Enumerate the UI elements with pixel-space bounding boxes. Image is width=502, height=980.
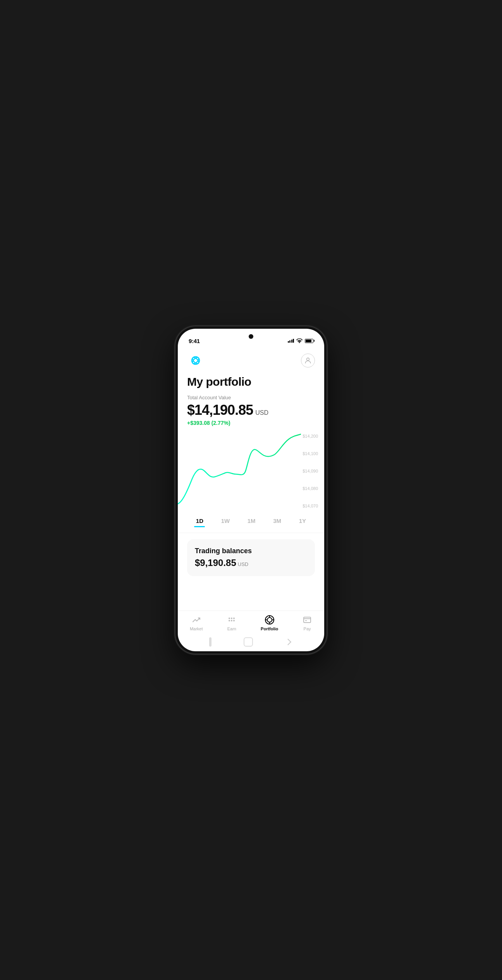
svg-rect-18 [305,620,307,621]
svg-point-9 [233,620,235,621]
account-currency: USD [255,409,268,416]
chart-y-label-5: $14,070 [303,504,318,508]
time-filters: 1D 1W 1M 3M 1Y [178,513,324,533]
account-value-row: $14,190.85 USD [187,402,315,418]
chart-y-label-3: $14,090 [303,469,318,473]
bottom-nav: Market Earn [178,611,324,634]
nav-item-portfolio[interactable]: Portfolio [261,615,278,631]
status-bar: 9:41 [178,329,324,347]
balances-currency: USD [238,561,248,567]
home-indicator [178,634,324,651]
chart-y-label-2: $14,100 [303,451,318,456]
time-filter-1y[interactable]: 1Y [299,518,306,526]
home-button[interactable] [244,637,253,647]
svg-rect-16 [304,617,311,623]
page-title: My portfolio [187,375,315,388]
svg-point-6 [233,618,235,619]
pay-icon [302,615,312,625]
wifi-icon [296,338,303,343]
chart-up-icon [191,615,201,625]
nav-label-pay: Pay [304,626,311,631]
nav-item-market[interactable]: Market [190,615,203,631]
profile-button[interactable] [301,354,315,368]
balances-amount: $9,190.85 [195,557,236,568]
balances-section: Trading balances $9,190.85 USD [178,533,324,582]
signal-icon [288,339,294,343]
portfolio-section: My portfolio Total Account Value $14,190… [178,372,324,426]
chart-y-label-1: $14,200 [303,434,318,438]
nav-item-pay[interactable]: Pay [302,615,312,631]
chart-line [178,432,301,510]
time-filter-1w[interactable]: 1W [221,518,230,526]
svg-point-5 [231,618,232,619]
status-time: 9:41 [189,338,200,344]
battery-icon [305,339,313,343]
camera-notch [249,334,253,339]
svg-point-11 [267,618,272,622]
phone-screen: 9:41 [178,329,324,651]
svg-point-3 [307,358,309,361]
dots-icon [227,615,237,625]
time-filter-1d[interactable]: 1D [196,518,203,526]
chart-y-labels: $14,200 $14,100 $14,090 $14,080 $14,070 [303,432,318,510]
balances-value-row: $9,190.85 USD [195,557,307,568]
svg-point-4 [229,618,230,619]
balances-title: Trading balances [195,547,307,555]
main-content: My portfolio Total Account Value $14,190… [178,347,324,611]
nav-item-earn[interactable]: Earn [227,615,237,631]
back-button[interactable] [285,638,293,646]
time-filter-1m[interactable]: 1M [248,518,256,526]
svg-point-8 [231,620,232,621]
portfolio-chart: $14,200 $14,100 $14,090 $14,080 $14,070 [178,432,324,510]
time-filter-3m[interactable]: 3M [273,518,281,526]
phone-frame: 9:41 [175,326,327,654]
status-icons [288,338,314,343]
svg-point-7 [229,620,230,621]
account-label: Total Account Value [187,395,315,400]
header [178,347,324,372]
balances-card: Trading balances $9,190.85 USD [187,539,315,576]
nav-label-earn: Earn [227,626,236,631]
recent-apps-icon[interactable] [209,637,211,647]
portfolio-icon [265,615,275,625]
nav-label-market: Market [190,626,203,631]
app-logo-icon [187,352,204,369]
chart-y-label-4: $14,080 [303,486,318,491]
account-change: +$393.08 (2.77%) [187,420,315,426]
account-amount: $14,190.85 [187,402,253,418]
nav-label-portfolio: Portfolio [261,626,278,631]
